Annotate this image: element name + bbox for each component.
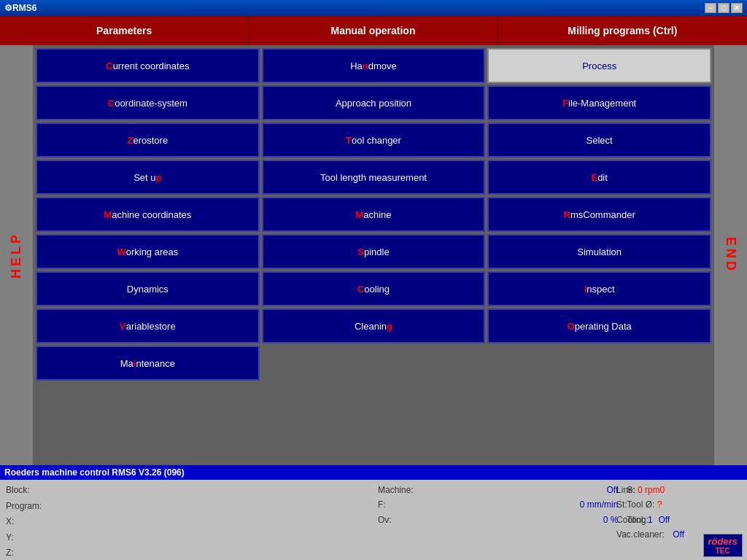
empty-right	[487, 346, 711, 381]
btn-dynamics[interactable]: Dynamics	[36, 271, 260, 306]
btn-working-areas[interactable]: Working areas	[36, 234, 260, 269]
x-label: X:	[6, 516, 14, 526]
status-machine-col: Machine: F: Ov:	[374, 480, 498, 560]
btn-maintenance[interactable]: Maintenance	[36, 346, 260, 381]
content-area: HELP Current coordinates Handmove Proces…	[0, 45, 747, 465]
y-label: Y:	[6, 532, 14, 542]
btn-approach-position[interactable]: Approach position	[262, 85, 486, 120]
titlebar-title: RMS6	[12, 3, 36, 13]
ov-label: Ov:	[378, 515, 392, 525]
btn-edit[interactable]: Edit	[487, 160, 711, 195]
titlebar-icon: ⚙	[4, 3, 12, 13]
f-label: F:	[378, 499, 386, 510]
st-label: St:	[616, 499, 627, 510]
vac-value: Off	[673, 529, 684, 540]
end-sidebar[interactable]: END	[714, 45, 747, 465]
btn-tool-changer[interactable]: Tool changer	[262, 122, 486, 158]
btn-cooling[interactable]: Cooling	[262, 271, 486, 306]
btn-coordinate-system[interactable]: Coordinate-system	[36, 85, 260, 120]
help-sidebar[interactable]: HELP	[0, 45, 33, 465]
menubar: Parameters Manual operation Milling prog…	[0, 16, 747, 45]
btn-operating-data[interactable]: Operating Data	[487, 308, 711, 343]
btn-process[interactable]: Process	[487, 48, 711, 83]
machine-label: Machine:	[378, 485, 414, 495]
line-label: Line:	[616, 485, 635, 495]
end-label: END	[723, 237, 738, 273]
btn-file-management[interactable]: File-Management	[487, 85, 711, 120]
main-window: Parameters Manual operation Milling prog…	[0, 16, 747, 560]
btn-cleaning[interactable]: Cleaning	[262, 308, 486, 343]
status-machine-values: Off 0 mm/min 0 %	[498, 480, 623, 560]
grid-area: Current coordinates Handmove Process Coo…	[33, 45, 714, 465]
status-title: Roeders machine control RMS6 V3.26 (096)	[0, 465, 747, 480]
program-label: Program:	[6, 501, 42, 511]
status-right-group: Machine: F: Ov: Off 0 mm/min 0 % S: 0 rp…	[374, 480, 747, 560]
btn-set-up[interactable]: Set up	[36, 160, 260, 195]
cooling-label: Cooling:	[616, 515, 649, 525]
btn-variablestore[interactable]: Variablestore	[36, 308, 260, 343]
menu-milling-programs[interactable]: Milling programs (Ctrl)	[498, 16, 747, 45]
roders-logo: röders TEC	[703, 534, 743, 557]
btn-simulation[interactable]: Simulation	[487, 234, 711, 269]
z-label: Z:	[6, 548, 14, 558]
minimize-button[interactable]: −	[705, 3, 716, 13]
btn-current-coordinates[interactable]: Current coordinates	[36, 48, 260, 83]
cooling-value: Off	[658, 515, 670, 525]
statusbar: Roeders machine control RMS6 V3.26 (096)…	[0, 465, 747, 560]
btn-handmove[interactable]: Handmove	[262, 48, 486, 83]
vac-label: Vac.cleaner:	[616, 529, 665, 540]
btn-rmscommander[interactable]: RmsCommander	[487, 197, 711, 232]
btn-machine[interactable]: Machine	[262, 197, 486, 232]
line-value: 0	[659, 485, 665, 495]
titlebar-buttons: − □ ✕	[705, 3, 743, 13]
btn-inspect[interactable]: Inspect	[487, 271, 711, 306]
btn-zerostore[interactable]: Zerostore	[36, 122, 260, 158]
empty-mid	[262, 346, 486, 381]
btn-machine-coordinates[interactable]: Machine coordinates	[36, 197, 260, 232]
logo-line1: röders	[708, 536, 738, 547]
btn-spindle[interactable]: Spindle	[262, 234, 486, 269]
status-left: Block: Program: X: Y: Z:	[0, 480, 374, 560]
titlebar: ⚙ RMS6 − □ ✕	[0, 0, 747, 16]
maximize-button[interactable]: □	[718, 3, 729, 13]
close-button[interactable]: ✕	[731, 3, 743, 13]
menu-parameters[interactable]: Parameters	[0, 16, 249, 45]
menu-manual-operation[interactable]: Manual operation	[249, 16, 498, 45]
button-grid: Current coordinates Handmove Process Coo…	[36, 48, 711, 381]
status-right-info: Line: 0 St: Cooling: Off Vac.cleaner: Of…	[612, 480, 689, 545]
btn-select[interactable]: Select	[487, 122, 711, 158]
block-label: Block:	[6, 485, 30, 495]
btn-tool-length-measurement[interactable]: Tool length measurement	[262, 160, 486, 195]
logo-line2: TEC	[708, 547, 738, 555]
help-label: HELP	[9, 232, 24, 279]
